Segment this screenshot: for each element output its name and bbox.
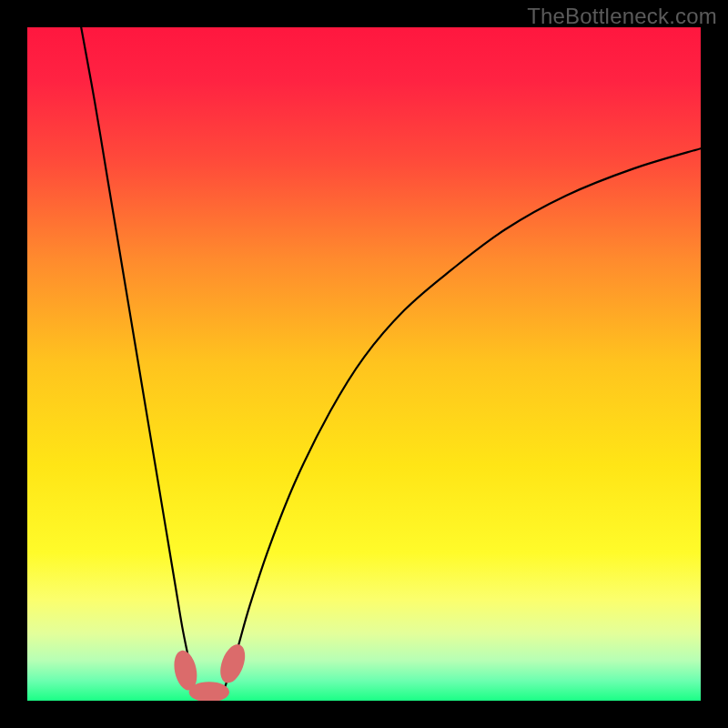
gradient-background [27,27,701,701]
chart-frame: TheBottleneck.com [0,0,728,728]
watermark-text: TheBottleneck.com [527,4,717,29]
chart-svg [27,27,701,701]
plot-area [27,27,701,701]
